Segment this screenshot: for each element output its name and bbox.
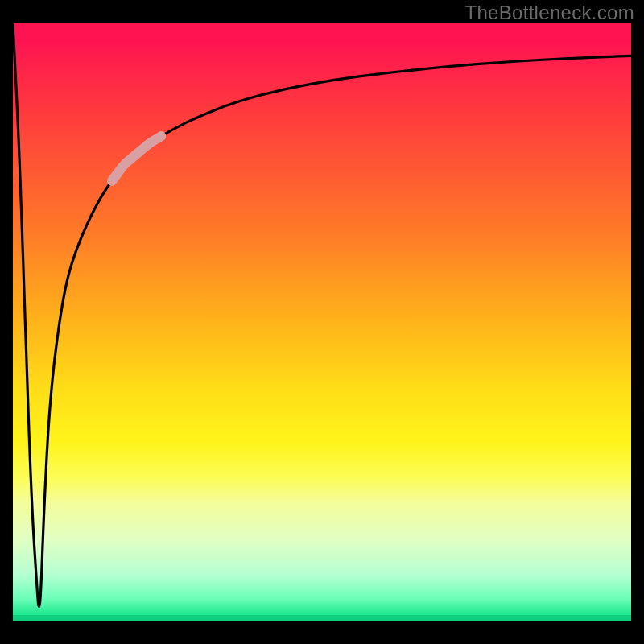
plot-frame — [13, 23, 631, 631]
plot-area — [13, 23, 631, 631]
curve-svg — [13, 23, 631, 631]
highlight-segment — [112, 136, 161, 181]
bottleneck-curve — [13, 24, 631, 606]
chart-container: TheBottleneck.com — [0, 0, 644, 644]
curve-line — [13, 24, 631, 606]
watermark-text: TheBottleneck.com — [464, 2, 634, 24]
